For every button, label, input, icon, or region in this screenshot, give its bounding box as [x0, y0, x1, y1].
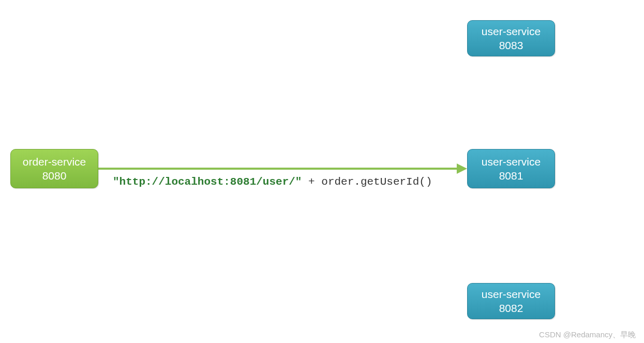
request-url-concat: + order.getUserId() — [302, 176, 432, 188]
request-url-string: "http://localhost:8081/user/" — [113, 176, 302, 188]
request-arrow — [98, 167, 467, 171]
arrow-shaft — [98, 168, 458, 170]
watermark: CSDN @Redamancy、早晚 — [539, 330, 636, 340]
user-service-8082-node: user-service 8082 — [467, 283, 555, 319]
user-service-8081-node: user-service 8081 — [467, 149, 555, 188]
user-service-8083-name: user-service — [482, 24, 541, 38]
user-service-8083-node: user-service 8083 — [467, 20, 555, 56]
user-service-8082-name: user-service — [482, 287, 541, 301]
order-service-node: order-service 8080 — [10, 149, 98, 188]
order-service-name: order-service — [23, 155, 86, 169]
user-service-8081-port: 8081 — [499, 169, 523, 183]
user-service-8082-port: 8082 — [499, 301, 523, 315]
order-service-port: 8080 — [42, 169, 67, 183]
user-service-8083-port: 8083 — [499, 38, 523, 52]
request-url-label: "http://localhost:8081/user/" + order.ge… — [113, 176, 432, 188]
user-service-8081-name: user-service — [482, 155, 541, 169]
arrow-head-icon — [457, 163, 467, 174]
